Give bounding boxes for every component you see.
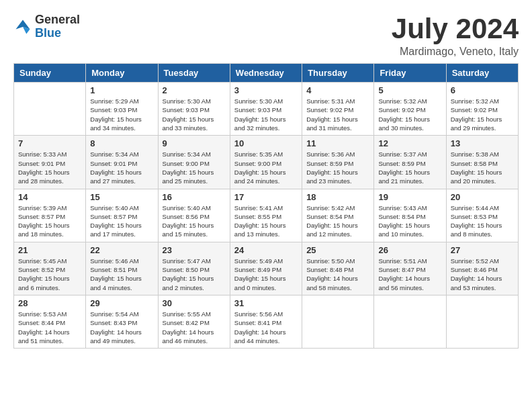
weekday-header-wednesday: Wednesday xyxy=(230,64,302,83)
day-info: Sunrise: 5:52 AM Sunset: 8:46 PM Dayligh… xyxy=(451,257,514,292)
location-text: Mardimago, Veneto, Italy xyxy=(392,46,519,58)
calendar-cell: 10Sunrise: 5:35 AM Sunset: 9:00 PM Dayli… xyxy=(230,136,302,189)
day-info: Sunrise: 5:46 AM Sunset: 8:51 PM Dayligh… xyxy=(90,257,153,292)
weekday-header-monday: Monday xyxy=(86,64,158,83)
calendar-cell: 4Sunrise: 5:31 AM Sunset: 9:02 PM Daylig… xyxy=(302,83,374,136)
day-number: 25 xyxy=(306,245,369,255)
day-info: Sunrise: 5:53 AM Sunset: 8:44 PM Dayligh… xyxy=(18,310,81,345)
day-info: Sunrise: 5:39 AM Sunset: 8:57 PM Dayligh… xyxy=(18,203,81,239)
calendar-week-row: 28Sunrise: 5:53 AM Sunset: 8:44 PM Dayli… xyxy=(14,295,519,348)
day-info: Sunrise: 5:36 AM Sunset: 8:59 PM Dayligh… xyxy=(306,150,369,185)
logo-general-text: General xyxy=(35,13,80,26)
day-number: 14 xyxy=(18,192,81,202)
calendar-cell: 15Sunrise: 5:40 AM Sunset: 8:57 PM Dayli… xyxy=(86,189,158,242)
day-number: 30 xyxy=(163,298,226,308)
day-info: Sunrise: 5:32 AM Sunset: 9:02 PM Dayligh… xyxy=(378,97,441,132)
day-number: 24 xyxy=(234,245,298,255)
day-info: Sunrise: 5:56 AM Sunset: 8:41 PM Dayligh… xyxy=(234,310,298,345)
calendar-cell: 21Sunrise: 5:45 AM Sunset: 8:52 PM Dayli… xyxy=(14,242,86,295)
day-number: 19 xyxy=(378,192,441,202)
day-number: 20 xyxy=(451,192,514,202)
calendar-cell: 17Sunrise: 5:41 AM Sunset: 8:55 PM Dayli… xyxy=(230,189,302,242)
weekday-header-row: SundayMondayTuesdayWednesdayThursdayFrid… xyxy=(14,64,519,83)
logo: General Blue xyxy=(13,13,80,40)
svg-marker-0 xyxy=(16,19,30,29)
calendar-week-row: 1Sunrise: 5:29 AM Sunset: 9:03 PM Daylig… xyxy=(14,83,519,136)
title-block: July 2024 Mardimago, Veneto, Italy xyxy=(392,13,519,58)
calendar-cell: 25Sunrise: 5:50 AM Sunset: 8:48 PM Dayli… xyxy=(302,242,374,295)
weekday-header-tuesday: Tuesday xyxy=(158,64,230,83)
calendar-cell: 5Sunrise: 5:32 AM Sunset: 9:02 PM Daylig… xyxy=(374,83,446,136)
day-number: 3 xyxy=(234,85,298,95)
day-number: 1 xyxy=(90,85,153,95)
day-info: Sunrise: 5:51 AM Sunset: 8:47 PM Dayligh… xyxy=(378,257,441,292)
day-info: Sunrise: 5:40 AM Sunset: 8:56 PM Dayligh… xyxy=(163,203,226,239)
calendar-cell: 28Sunrise: 5:53 AM Sunset: 8:44 PM Dayli… xyxy=(14,295,86,348)
calendar-cell: 13Sunrise: 5:38 AM Sunset: 8:58 PM Dayli… xyxy=(446,136,518,189)
month-title: July 2024 xyxy=(392,13,519,44)
calendar-week-row: 14Sunrise: 5:39 AM Sunset: 8:57 PM Dayli… xyxy=(14,189,519,242)
day-info: Sunrise: 5:41 AM Sunset: 8:55 PM Dayligh… xyxy=(234,203,298,239)
calendar-cell: 3Sunrise: 5:30 AM Sunset: 9:03 PM Daylig… xyxy=(230,83,302,136)
day-number: 29 xyxy=(90,298,153,308)
day-number: 11 xyxy=(306,138,369,148)
calendar-cell: 6Sunrise: 5:32 AM Sunset: 9:02 PM Daylig… xyxy=(446,83,518,136)
calendar-cell xyxy=(14,83,86,136)
calendar-cell: 9Sunrise: 5:34 AM Sunset: 9:00 PM Daylig… xyxy=(158,136,230,189)
calendar-cell: 30Sunrise: 5:55 AM Sunset: 8:42 PM Dayli… xyxy=(158,295,230,348)
day-info: Sunrise: 5:34 AM Sunset: 9:00 PM Dayligh… xyxy=(163,150,226,185)
calendar-table: SundayMondayTuesdayWednesdayThursdayFrid… xyxy=(13,63,519,349)
day-info: Sunrise: 5:31 AM Sunset: 9:02 PM Dayligh… xyxy=(306,97,369,132)
weekday-header-friday: Friday xyxy=(374,64,446,83)
calendar-cell: 26Sunrise: 5:51 AM Sunset: 8:47 PM Dayli… xyxy=(374,242,446,295)
day-number: 31 xyxy=(234,298,298,308)
calendar-cell xyxy=(446,295,518,348)
day-number: 15 xyxy=(90,192,153,202)
day-number: 5 xyxy=(378,85,441,95)
calendar-cell: 23Sunrise: 5:47 AM Sunset: 8:50 PM Dayli… xyxy=(158,242,230,295)
day-number: 23 xyxy=(163,245,226,255)
day-number: 26 xyxy=(378,245,441,255)
day-info: Sunrise: 5:34 AM Sunset: 9:01 PM Dayligh… xyxy=(90,150,153,185)
calendar-cell: 27Sunrise: 5:52 AM Sunset: 8:46 PM Dayli… xyxy=(446,242,518,295)
logo-blue-text: Blue xyxy=(35,26,61,40)
day-info: Sunrise: 5:50 AM Sunset: 8:48 PM Dayligh… xyxy=(306,257,369,292)
calendar-cell: 22Sunrise: 5:46 AM Sunset: 8:51 PM Dayli… xyxy=(86,242,158,295)
calendar-cell: 19Sunrise: 5:43 AM Sunset: 8:54 PM Dayli… xyxy=(374,189,446,242)
day-number: 22 xyxy=(90,245,153,255)
weekday-header-saturday: Saturday xyxy=(446,64,518,83)
day-info: Sunrise: 5:49 AM Sunset: 8:49 PM Dayligh… xyxy=(234,257,298,292)
weekday-header-thursday: Thursday xyxy=(302,64,374,83)
calendar-cell: 7Sunrise: 5:33 AM Sunset: 9:01 PM Daylig… xyxy=(14,136,86,189)
day-info: Sunrise: 5:55 AM Sunset: 8:42 PM Dayligh… xyxy=(163,310,226,345)
calendar-cell: 14Sunrise: 5:39 AM Sunset: 8:57 PM Dayli… xyxy=(14,189,86,242)
day-info: Sunrise: 5:37 AM Sunset: 8:59 PM Dayligh… xyxy=(378,150,441,185)
calendar-cell: 16Sunrise: 5:40 AM Sunset: 8:56 PM Dayli… xyxy=(158,189,230,242)
day-number: 9 xyxy=(163,138,226,148)
calendar-week-row: 21Sunrise: 5:45 AM Sunset: 8:52 PM Dayli… xyxy=(14,242,519,295)
day-info: Sunrise: 5:43 AM Sunset: 8:54 PM Dayligh… xyxy=(378,203,441,239)
calendar-cell: 29Sunrise: 5:54 AM Sunset: 8:43 PM Dayli… xyxy=(86,295,158,348)
logo-icon xyxy=(13,17,32,36)
day-number: 6 xyxy=(451,85,514,95)
day-info: Sunrise: 5:30 AM Sunset: 9:03 PM Dayligh… xyxy=(234,97,298,132)
calendar-cell: 31Sunrise: 5:56 AM Sunset: 8:41 PM Dayli… xyxy=(230,295,302,348)
day-number: 2 xyxy=(163,85,226,95)
day-info: Sunrise: 5:30 AM Sunset: 9:03 PM Dayligh… xyxy=(163,97,226,132)
page-header: General Blue July 2024 Mardimago, Veneto… xyxy=(13,13,519,58)
calendar-week-row: 7Sunrise: 5:33 AM Sunset: 9:01 PM Daylig… xyxy=(14,136,519,189)
day-info: Sunrise: 5:42 AM Sunset: 8:54 PM Dayligh… xyxy=(306,203,369,239)
calendar-cell: 11Sunrise: 5:36 AM Sunset: 8:59 PM Dayli… xyxy=(302,136,374,189)
day-info: Sunrise: 5:54 AM Sunset: 8:43 PM Dayligh… xyxy=(90,310,153,345)
day-info: Sunrise: 5:35 AM Sunset: 9:00 PM Dayligh… xyxy=(234,150,298,185)
calendar-cell: 1Sunrise: 5:29 AM Sunset: 9:03 PM Daylig… xyxy=(86,83,158,136)
day-number: 16 xyxy=(163,192,226,202)
calendar-cell: 20Sunrise: 5:44 AM Sunset: 8:53 PM Dayli… xyxy=(446,189,518,242)
calendar-cell: 8Sunrise: 5:34 AM Sunset: 9:01 PM Daylig… xyxy=(86,136,158,189)
day-info: Sunrise: 5:45 AM Sunset: 8:52 PM Dayligh… xyxy=(18,257,81,292)
calendar-cell: 2Sunrise: 5:30 AM Sunset: 9:03 PM Daylig… xyxy=(158,83,230,136)
day-info: Sunrise: 5:44 AM Sunset: 8:53 PM Dayligh… xyxy=(451,203,514,239)
day-number: 7 xyxy=(18,138,81,148)
day-number: 18 xyxy=(306,192,369,202)
day-number: 10 xyxy=(234,138,298,148)
